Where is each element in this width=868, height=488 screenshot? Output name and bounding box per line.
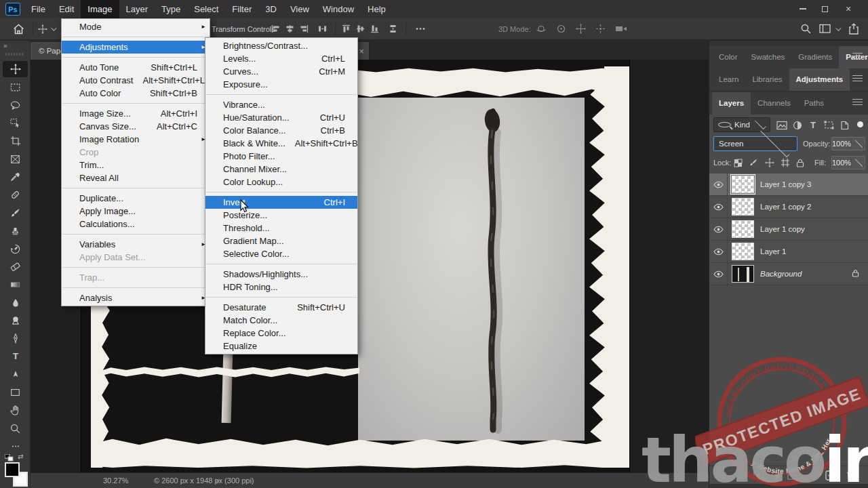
tab-swatches[interactable]: Swatches [744, 46, 791, 68]
menu-select[interactable]: Select [187, 0, 225, 18]
tool-history-brush[interactable] [3, 241, 28, 257]
3d-orbit-icon[interactable] [536, 24, 547, 34]
adjustments-menu-item-exposure[interactable]: Exposure... [205, 78, 357, 91]
3d-pan-icon[interactable] [576, 24, 586, 34]
layer-thumbnail[interactable] [732, 220, 754, 238]
layer-thumbnail[interactable] [732, 176, 754, 193]
tool-clone-stamp[interactable] [3, 223, 28, 239]
menu-filter[interactable]: Filter [225, 0, 258, 18]
home-icon[interactable] [12, 18, 25, 39]
tool-object-selection[interactable] [3, 115, 28, 131]
menu-layer[interactable]: Layer [119, 0, 155, 18]
panel-menu-icon[interactable] [852, 53, 863, 61]
tool-dodge[interactable] [3, 312, 28, 329]
tool-rectangle[interactable] [3, 384, 28, 401]
menu-edit[interactable]: Edit [52, 0, 81, 18]
lock-artboard-icon[interactable] [779, 157, 791, 169]
visibility-eye-icon[interactable] [709, 196, 728, 218]
image-menu-item-adjustments[interactable]: Adjustments► [62, 41, 210, 54]
tool-frame[interactable] [3, 151, 28, 167]
tool-type[interactable]: T [3, 348, 28, 365]
image-menu-item-reveal-all[interactable]: Reveal All [62, 171, 210, 184]
distribute-vertical-icon[interactable] [389, 24, 397, 33]
blend-mode-select[interactable]: Screen [713, 136, 797, 151]
tool-pen[interactable] [3, 331, 28, 347]
distribute-horizontal-icon[interactable] [318, 24, 327, 33]
adjustments-menu-item-selective-color[interactable]: Selective Color... [205, 247, 357, 260]
menu-type[interactable]: Type [155, 0, 187, 18]
panel-menu-icon[interactable] [852, 75, 863, 83]
default-colors-icon[interactable] [5, 454, 14, 462]
image-menu-item-trap[interactable]: Trap... [62, 271, 210, 284]
tool-spot-healing[interactable] [3, 187, 28, 203]
toolbar-grip[interactable] [5, 53, 24, 56]
layer-row-layer-1-copy-3[interactable]: Layer 1 copy 3 [709, 174, 868, 196]
tool-lasso[interactable] [3, 97, 28, 113]
close-button[interactable]: × [838, 0, 859, 18]
status-expander-icon[interactable]: > [215, 473, 219, 488]
workspace-switcher-icon[interactable] [819, 18, 840, 39]
image-menu-item-image-size[interactable]: Image Size...Alt+Ctrl+I [62, 107, 210, 120]
layer-name[interactable]: Background [760, 270, 802, 278]
image-menu-item-canvas-size[interactable]: Canvas Size...Alt+Ctrl+C [62, 120, 210, 133]
menu-view[interactable]: View [283, 0, 316, 18]
collapse-toolbar-icon[interactable]: » [3, 42, 7, 49]
tool-eraser[interactable] [3, 259, 28, 275]
image-menu-item-image-rotation[interactable]: Image Rotation► [62, 133, 210, 146]
adjustments-menu-item-gradient-map[interactable]: Gradient Map... [205, 235, 357, 247]
image-menu-item-crop[interactable]: Crop [62, 146, 210, 159]
adjustments-menu-item-hdr-toning[interactable]: HDR Toning... [205, 281, 357, 293]
adjustments-menu-item-levels[interactable]: Levels...Ctrl+L [205, 52, 357, 65]
menu-window[interactable]: Window [316, 0, 361, 18]
image-menu-item-auto-contrast[interactable]: Auto ContrastAlt+Shift+Ctrl+L [62, 74, 210, 87]
tool-move[interactable] [3, 61, 28, 77]
menu-3d[interactable]: 3D [258, 0, 283, 18]
menu-image[interactable]: Image [81, 0, 119, 18]
tab-layers[interactable]: Layers [712, 92, 751, 115]
align-center-icon[interactable] [285, 24, 294, 33]
image-menu-item-calculations[interactable]: Calculations... [62, 218, 210, 230]
opacity-value[interactable]: 100% [831, 137, 865, 150]
panel-menu-icon[interactable] [852, 99, 863, 107]
image-menu-item-apply-data-set[interactable]: Apply Data Set... [62, 251, 210, 264]
tool-blur[interactable] [3, 295, 28, 311]
tool-edit-toolbar[interactable] [3, 439, 28, 455]
visibility-eye-icon[interactable] [709, 263, 728, 285]
layer-name[interactable]: Layer 1 copy 2 [760, 203, 811, 211]
tab-paths[interactable]: Paths [797, 92, 831, 115]
lock-all-icon[interactable] [794, 157, 806, 169]
layer-row-layer-1[interactable]: Layer 1 [709, 241, 868, 263]
layer-row-background[interactable]: Background [709, 263, 868, 285]
adjustments-menu-item-desaturate[interactable]: DesaturateShift+Ctrl+U [205, 301, 357, 314]
adjustments-menu-item-curves[interactable]: Curves...Ctrl+M [205, 65, 357, 78]
image-menu-item-duplicate[interactable]: Duplicate... [62, 192, 210, 205]
adjustments-menu-item-equalize[interactable]: Equalize [205, 340, 357, 352]
filter-type-layers-icon[interactable]: T [807, 119, 819, 131]
3d-camera-icon[interactable] [615, 24, 627, 33]
layer-name[interactable]: Layer 1 [760, 247, 786, 256]
3d-roll-icon[interactable] [556, 24, 566, 34]
adjustments-menu-item-invert[interactable]: InvertCtrl+I [205, 196, 357, 209]
minimize-button[interactable] [793, 0, 813, 18]
tab-learn[interactable]: Learn [712, 68, 745, 91]
layer-thumbnail[interactable] [732, 265, 754, 283]
lock-image-icon[interactable] [747, 157, 760, 169]
tool-preset-icon[interactable] [38, 18, 55, 39]
layer-name[interactable]: Layer 1 copy [760, 225, 805, 233]
tab-libraries[interactable]: Libraries [745, 68, 789, 91]
adjustments-menu-item-match-color[interactable]: Match Color... [205, 314, 357, 327]
tool-rectangular-marquee[interactable] [3, 79, 28, 96]
adjustments-menu-item-threshold[interactable]: Threshold... [205, 222, 357, 235]
image-menu-item-auto-tone[interactable]: Auto ToneShift+Ctrl+L [62, 61, 210, 74]
zoom-level[interactable]: 30.27% [103, 473, 128, 488]
tool-zoom[interactable] [3, 420, 28, 436]
image-menu-item-apply-image[interactable]: Apply Image... [62, 205, 210, 218]
tab-adjustments[interactable]: Adjustments [789, 68, 850, 91]
search-icon[interactable] [800, 18, 812, 39]
layer-name[interactable]: Layer 1 copy 3 [760, 180, 811, 188]
menu-file[interactable]: File [24, 0, 52, 18]
layer-thumbnail[interactable] [732, 198, 754, 216]
adjustments-menu-item-posterize[interactable]: Posterize... [205, 209, 357, 222]
layer-lock-icon[interactable] [852, 269, 859, 279]
tool-brush[interactable] [3, 205, 28, 221]
